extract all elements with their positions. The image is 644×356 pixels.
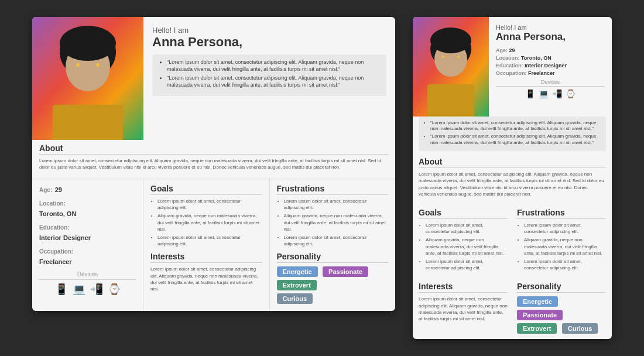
svg-point-14 — [442, 56, 444, 58]
education-value-small: Interior Designer — [39, 234, 91, 241]
age-value-large: 29 — [509, 47, 515, 53]
about-text-large: Lorem ipsum dolor sit amet, consectetur … — [419, 171, 606, 197]
persona-photo-small — [32, 17, 143, 140]
frustrations-list-large: Lorem ipsum dolor sit amet, consectetur … — [517, 222, 606, 271]
about-title-small: About — [39, 143, 388, 155]
interests-title-small: Interests — [150, 252, 262, 263]
goal-lg-2: Aliquam gravida, neque non malesuada viv… — [426, 237, 508, 256]
frustrations-title-large: Frustrations — [517, 208, 606, 219]
tag-energetic-small: Energetic — [277, 266, 318, 277]
sidebar-small: Age: 29 Location: Toronto, ON Education:… — [32, 179, 143, 311]
personality-tags-small: Energetic Passionate Extrovert Curious — [277, 266, 389, 306]
tag-passionate-small: Passionate — [323, 266, 368, 277]
interests-text-small: Lorem ipsum dolor sit amet, consectetur … — [150, 266, 262, 292]
age-label-large: Age: — [496, 47, 508, 53]
svg-rect-13 — [427, 84, 474, 117]
name-small: Anna Persona, — [152, 35, 386, 50]
occupation-row-large: Occupation: Freelancer — [496, 70, 605, 76]
tablet-icon-lg: 📲 — [552, 89, 562, 98]
name-large: Anna Persona, — [496, 31, 605, 43]
card-top-large: Hello! I am Anna Persona, Age: 29 Locati… — [413, 17, 612, 117]
greeting-small: Hello! I am — [152, 26, 386, 35]
svg-point-8 — [96, 63, 100, 67]
goal-lg-1: Lorem ipsum dolor sit amet, consectetur … — [426, 222, 508, 235]
tag-energetic-large: Energetic — [517, 296, 558, 307]
card-top-section: Hello! I am Anna Persona, "Lorem ipsum d… — [32, 17, 395, 140]
education-row-small: Education: Interior Designer — [39, 221, 136, 242]
intro-bullet-lg-1: "Lorem ipsum dolor sit amet, consectetur… — [430, 120, 601, 132]
tag-passionate-large: Passionate — [517, 310, 563, 320]
age-value-small: 29 — [55, 186, 62, 193]
tag-extrovert-small: Extrovert — [277, 280, 317, 290]
goal-lg-3: Lorem ipsum dolor sit amet, consectetur … — [426, 258, 508, 271]
devices-label-large: Devices — [496, 79, 605, 87]
watch-icon: ⌚ — [108, 283, 121, 296]
frustration-item-3: Lorem ipsum dolor sit amet, consectetur … — [284, 234, 389, 247]
svg-point-3 — [60, 26, 116, 61]
laptop-icon: 💻 — [73, 283, 85, 296]
col-goals-large: Goals Lorem ipsum dolor sit amet, consec… — [419, 208, 512, 276]
about-text-small: Lorem ipsum dolor sit amet, consectetur … — [39, 158, 388, 170]
education-label-large: Education: — [496, 63, 523, 69]
col-personality-large: Personality Energetic Passionate Extrove… — [512, 282, 606, 336]
frustrations-title-small: Frustrations — [277, 184, 389, 195]
occupation-value-large: Freelancer — [528, 70, 555, 76]
occupation-label-large: Occupation: — [496, 70, 527, 76]
about-section-large: About Lorem ipsum dolor sit amet, consec… — [413, 154, 612, 205]
frustration-item-2: Aliquam gravida, neque non malesuada viv… — [284, 213, 389, 232]
location-value-large: Toronto, ON — [521, 55, 551, 61]
mobile-icon-lg: 📱 — [525, 89, 535, 98]
frustration-item-1: Lorem ipsum dolor sit amet, consectetur … — [284, 198, 389, 211]
goal-item-3: Lorem ipsum dolor sit amet, consectetur … — [157, 234, 262, 247]
intro-bullet-2: "Lorem ipsum dolor sit amet, consectetur… — [167, 75, 381, 88]
content-right-small: Frustrations Lorem ipsum dolor sit amet,… — [270, 179, 396, 311]
persona-photo-large — [413, 17, 489, 117]
svg-point-12 — [430, 28, 471, 53]
col-interests-large: Interests Lorem ipsum dolor sit amet, co… — [419, 282, 512, 336]
occupation-row-small: Occupation: Freelancer — [39, 245, 136, 266]
svg-point-15 — [457, 56, 460, 58]
laptop-icon-lg: 💻 — [539, 89, 549, 98]
goals-title-large: Goals — [419, 208, 508, 219]
interests-personality-large: Interests Lorem ipsum dolor sit amet, co… — [413, 279, 612, 339]
persona-card-large: Hello! I am Anna Persona, Age: 29 Locati… — [413, 17, 612, 340]
location-row-small: Location: Toronto, ON — [39, 197, 136, 218]
device-icons-small: 📱 💻 📲 ⌚ — [39, 283, 136, 296]
location-value-small: Toronto, ON — [39, 210, 76, 217]
personality-title-large: Personality — [517, 282, 606, 293]
tablet-icon: 📲 — [90, 283, 103, 296]
age-row-large: Age: 29 — [496, 47, 605, 53]
mobile-icon: 📱 — [55, 283, 68, 296]
col-frustrations-large: Frustrations Lorem ipsum dolor sit amet,… — [512, 208, 606, 276]
header-right-large: Hello! I am Anna Persona, Age: 29 Locati… — [489, 17, 612, 117]
tag-extrovert-large: Extrovert — [517, 323, 557, 334]
location-row-large: Location: Toronto, ON — [496, 55, 605, 61]
education-label-small: Education: — [39, 224, 70, 231]
frustration-lg-1: Lorem ipsum dolor sit amet, consectetur … — [524, 222, 606, 235]
interests-title-large: Interests — [419, 282, 508, 293]
svg-rect-6 — [53, 105, 123, 140]
tag-curious-small: Curious — [277, 293, 313, 304]
intro-bullet-1: "Lorem ipsum dolor sit amet, consectetur… — [167, 59, 381, 73]
header-info-small: Hello! I am Anna Persona, "Lorem ipsum d… — [143, 17, 395, 140]
goal-item-2: Aliquam gravida, neque non malesuada viv… — [157, 213, 262, 232]
goals-frustrations-large: Goals Lorem ipsum dolor sit amet, consec… — [413, 205, 612, 279]
intro-bullet-lg-2: "Lorem ipsum dolor sit amet, consectetur… — [430, 134, 601, 146]
greeting-large: Hello! I am — [496, 24, 605, 31]
intro-bullets-small: "Lorem ipsum dolor sit amet, consectetur… — [152, 54, 386, 96]
location-label-large: Location: — [496, 55, 520, 61]
about-section-small: About Lorem ipsum dolor sit amet, consec… — [32, 140, 395, 179]
tag-curious-large: Curious — [562, 323, 598, 334]
interests-text-large: Lorem ipsum dolor sit amet, consectetur … — [419, 296, 508, 322]
occupation-value-small: Freelancer — [39, 258, 72, 265]
age-label-small: Age: — [39, 187, 52, 193]
personality-title-small: Personality — [277, 252, 389, 263]
goals-title-small: Goals — [150, 184, 262, 195]
persona-card-small: Hello! I am Anna Persona, "Lorem ipsum d… — [32, 17, 395, 312]
personality-tags-large: Energetic Passionate Extrovert Curious — [517, 296, 606, 336]
main-content-small: Age: 29 Location: Toronto, ON Education:… — [32, 179, 395, 311]
frustrations-list-small: Lorem ipsum dolor sit amet, consectetur … — [277, 198, 389, 247]
intro-bullets-large: "Lorem ipsum dolor sit amet, consectetur… — [419, 117, 606, 152]
devices-section-small: Devices 📱 💻 📲 ⌚ — [39, 271, 136, 296]
education-row-large: Education: Interior Designer — [496, 63, 605, 69]
